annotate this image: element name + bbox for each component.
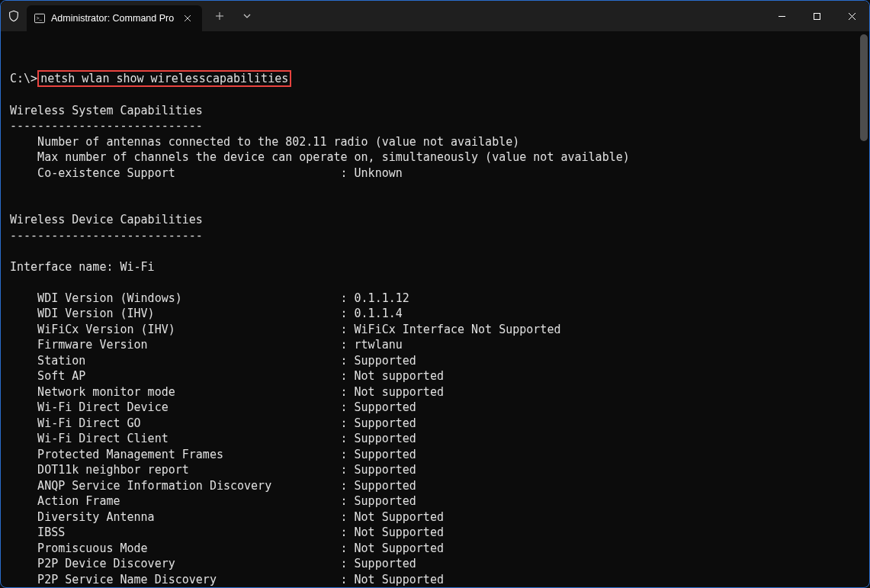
tab-active[interactable]: >_ Administrator: Command Pro bbox=[27, 5, 202, 31]
terminal-window: >_ Administrator: Command Pro bbox=[0, 0, 870, 588]
close-window-button[interactable] bbox=[834, 1, 869, 31]
tabstrip-buttons bbox=[202, 5, 260, 27]
minimize-button[interactable] bbox=[764, 1, 799, 31]
svg-text:>_: >_ bbox=[37, 15, 43, 21]
prompt: C:\> bbox=[10, 72, 37, 85]
shield-icon bbox=[1, 10, 27, 22]
vertical-scrollbar[interactable] bbox=[859, 31, 869, 588]
svg-rect-7 bbox=[814, 13, 820, 19]
maximize-button[interactable] bbox=[799, 1, 834, 31]
command-prompt-icon: >_ bbox=[34, 13, 45, 24]
window-controls bbox=[764, 1, 869, 31]
scrollbar-thumb[interactable] bbox=[860, 34, 868, 141]
command-highlight: netsh wlan show wirelesscapabilities bbox=[37, 70, 291, 87]
new-tab-button[interactable] bbox=[207, 5, 233, 27]
titlebar-drag-region[interactable] bbox=[260, 1, 764, 31]
tab-close-button[interactable] bbox=[181, 11, 194, 25]
terminal-output[interactable]: C:\>netsh wlan show wirelesscapabilities… bbox=[1, 31, 859, 588]
tab-title: Administrator: Command Pro bbox=[51, 13, 175, 24]
tab-dropdown-button[interactable] bbox=[234, 5, 260, 27]
titlebar-left: >_ Administrator: Command Pro bbox=[1, 1, 260, 31]
titlebar[interactable]: >_ Administrator: Command Pro bbox=[1, 1, 869, 31]
